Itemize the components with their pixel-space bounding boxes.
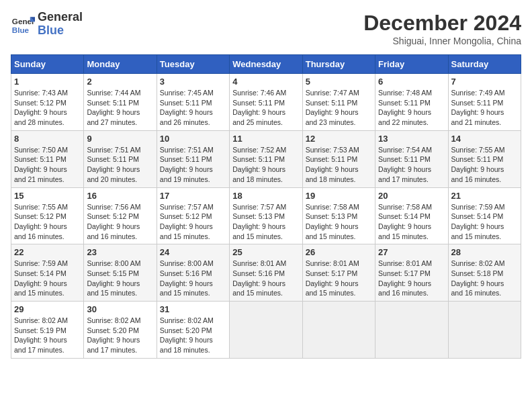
- calendar-day-7: 7Sunrise: 7:49 AM Sunset: 5:11 PM Daylig…: [448, 74, 521, 131]
- page-header: General Blue General Blue December 2024 …: [11, 11, 521, 46]
- calendar-day-22: 22Sunrise: 7:59 AM Sunset: 5:14 PM Dayli…: [11, 244, 84, 302]
- calendar-day-6: 6Sunrise: 7:48 AM Sunset: 5:11 PM Daylig…: [375, 74, 448, 131]
- calendar-day-26: 26Sunrise: 8:01 AM Sunset: 5:17 PM Dayli…: [302, 244, 375, 302]
- calendar-week-5: 29Sunrise: 8:02 AM Sunset: 5:19 PM Dayli…: [11, 302, 521, 359]
- calendar-day-3: 3Sunrise: 7:45 AM Sunset: 5:11 PM Daylig…: [157, 74, 229, 131]
- calendar-day-4: 4Sunrise: 7:46 AM Sunset: 5:11 PM Daylig…: [230, 74, 302, 131]
- calendar-day-13: 13Sunrise: 7:54 AM Sunset: 5:11 PM Dayli…: [375, 130, 448, 187]
- calendar-day-29: 29Sunrise: 8:02 AM Sunset: 5:19 PM Dayli…: [11, 302, 84, 359]
- calendar-day-30: 30Sunrise: 8:02 AM Sunset: 5:20 PM Dayli…: [84, 302, 157, 359]
- logo-icon: General Blue: [11, 12, 35, 36]
- calendar-day-25: 25Sunrise: 8:01 AM Sunset: 5:16 PM Dayli…: [230, 244, 302, 302]
- calendar-day-27: 27Sunrise: 8:01 AM Sunset: 5:17 PM Dayli…: [375, 244, 448, 302]
- weekday-header-sunday: Sunday: [11, 55, 84, 74]
- calendar-day-12: 12Sunrise: 7:53 AM Sunset: 5:11 PM Dayli…: [302, 130, 375, 187]
- calendar-body: 1Sunrise: 7:43 AM Sunset: 5:12 PM Daylig…: [11, 74, 521, 359]
- calendar-day-18: 18Sunrise: 7:57 AM Sunset: 5:13 PM Dayli…: [230, 187, 302, 244]
- calendar-week-2: 8Sunrise: 7:50 AM Sunset: 5:11 PM Daylig…: [11, 130, 521, 187]
- weekday-header-thursday: Thursday: [302, 55, 375, 74]
- weekday-header-wednesday: Wednesday: [230, 55, 302, 74]
- calendar-day-5: 5Sunrise: 7:47 AM Sunset: 5:11 PM Daylig…: [302, 74, 375, 131]
- calendar-empty-4-4: [302, 302, 375, 359]
- weekday-header-saturday: Saturday: [448, 55, 521, 74]
- calendar-week-4: 22Sunrise: 7:59 AM Sunset: 5:14 PM Dayli…: [11, 244, 521, 302]
- calendar-week-3: 15Sunrise: 7:55 AM Sunset: 5:12 PM Dayli…: [11, 187, 521, 244]
- calendar-day-28: 28Sunrise: 8:02 AM Sunset: 5:18 PM Dayli…: [448, 244, 521, 302]
- calendar-empty-4-6: [448, 302, 521, 359]
- calendar-day-2: 2Sunrise: 7:44 AM Sunset: 5:11 PM Daylig…: [84, 74, 157, 131]
- calendar-day-17: 17Sunrise: 7:57 AM Sunset: 5:12 PM Dayli…: [157, 187, 229, 244]
- calendar-day-16: 16Sunrise: 7:56 AM Sunset: 5:12 PM Dayli…: [84, 187, 157, 244]
- calendar-week-1: 1Sunrise: 7:43 AM Sunset: 5:12 PM Daylig…: [11, 74, 521, 131]
- calendar-day-15: 15Sunrise: 7:55 AM Sunset: 5:12 PM Dayli…: [11, 187, 84, 244]
- calendar-table: SundayMondayTuesdayWednesdayThursdayFrid…: [11, 54, 521, 359]
- weekday-header-row: SundayMondayTuesdayWednesdayThursdayFrid…: [11, 55, 521, 74]
- svg-text:Blue: Blue: [12, 25, 30, 34]
- calendar-day-19: 19Sunrise: 7:58 AM Sunset: 5:13 PM Dayli…: [302, 187, 375, 244]
- calendar-day-31: 31Sunrise: 8:02 AM Sunset: 5:20 PM Dayli…: [157, 302, 229, 359]
- weekday-header-monday: Monday: [84, 55, 157, 74]
- calendar-day-20: 20Sunrise: 7:58 AM Sunset: 5:14 PM Dayli…: [375, 187, 448, 244]
- calendar-day-23: 23Sunrise: 8:00 AM Sunset: 5:15 PM Dayli…: [84, 244, 157, 302]
- calendar-day-14: 14Sunrise: 7:55 AM Sunset: 5:11 PM Dayli…: [448, 130, 521, 187]
- location-title: Shiguai, Inner Mongolia, China: [363, 36, 521, 46]
- calendar-day-21: 21Sunrise: 7:59 AM Sunset: 5:14 PM Dayli…: [448, 187, 521, 244]
- title-area: December 2024 Shiguai, Inner Mongolia, C…: [363, 11, 521, 46]
- calendar-day-10: 10Sunrise: 7:51 AM Sunset: 5:11 PM Dayli…: [157, 130, 229, 187]
- calendar-day-9: 9Sunrise: 7:51 AM Sunset: 5:11 PM Daylig…: [84, 130, 157, 187]
- weekday-header-tuesday: Tuesday: [157, 55, 229, 74]
- logo-text: General Blue: [38, 11, 83, 38]
- calendar-day-1: 1Sunrise: 7:43 AM Sunset: 5:12 PM Daylig…: [11, 74, 84, 131]
- logo: General Blue General Blue: [11, 11, 83, 38]
- month-title: December 2024: [363, 11, 521, 36]
- calendar-day-24: 24Sunrise: 8:00 AM Sunset: 5:16 PM Dayli…: [157, 244, 229, 302]
- calendar-empty-4-3: [230, 302, 302, 359]
- calendar-day-8: 8Sunrise: 7:50 AM Sunset: 5:11 PM Daylig…: [11, 130, 84, 187]
- weekday-header-friday: Friday: [375, 55, 448, 74]
- calendar-empty-4-5: [375, 302, 448, 359]
- calendar-day-11: 11Sunrise: 7:52 AM Sunset: 5:11 PM Dayli…: [230, 130, 302, 187]
